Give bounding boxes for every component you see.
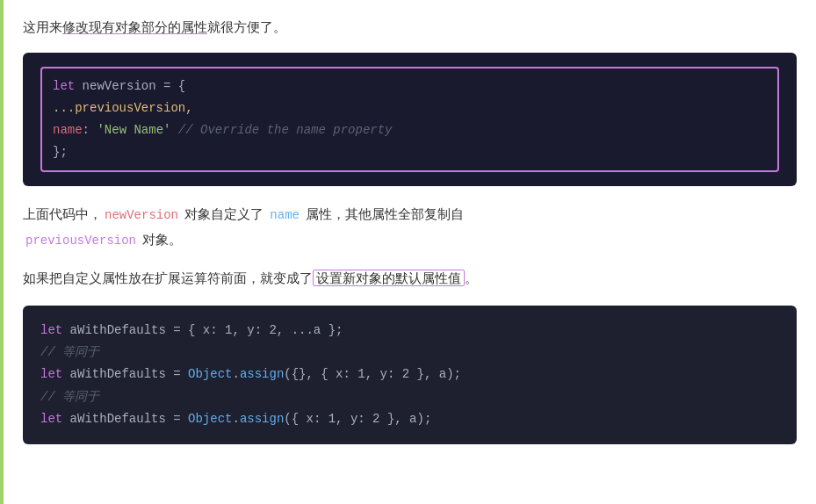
exp-name: name — [267, 207, 302, 223]
exp-before: 上面代码中， — [23, 206, 102, 221]
c2-kw-3: let — [40, 412, 62, 426]
code-name-val: 'New Name' — [97, 123, 170, 137]
c2-line-2: // 等同于 — [40, 342, 779, 364]
kw-let-1: let — [53, 79, 75, 93]
intro-before: 这用来 — [23, 19, 62, 34]
code-comment-1: // Override the name property — [178, 123, 393, 137]
exp-after: 对象。 — [139, 232, 182, 247]
c2-kw-2: let — [40, 367, 62, 381]
note-boxed: 设置新对象的默认属性值 — [313, 270, 465, 286]
code-space — [170, 123, 177, 137]
intro-highlight: 修改现有对象部分的属性 — [62, 19, 207, 34]
code-line-1: let newVersion = { — [53, 76, 767, 97]
c2-object-1: Object — [188, 367, 232, 381]
exp-mid2: 属性，其他属性全部复制自 — [302, 206, 464, 221]
c2-awithdefaults-2: aWithDefaults = — [62, 367, 188, 381]
code-line-3: name: 'New Name' // Override the name pr… — [53, 119, 767, 141]
c2-line-5: let aWithDefaults = Object.assign({ x: 1… — [40, 408, 779, 430]
c2-line-4: // 等同于 — [40, 386, 779, 408]
code-newversion-decl: newVersion = { — [75, 79, 185, 93]
exp-mid1: 对象自定义了 — [181, 206, 267, 221]
code-closing: }; — [53, 145, 68, 159]
code-colon: : — [83, 123, 97, 137]
explanation-paragraph: 上面代码中，newVersion 对象自定义了 name 属性，其他属性全部复制… — [23, 202, 797, 252]
c2-awithdefaults-3: aWithDefaults = — [62, 412, 188, 426]
c2-line-3: let aWithDefaults = Object.assign({}, { … — [40, 364, 779, 385]
c2-comment-2: // 等同于 — [40, 390, 99, 404]
code-name-prop: name — [53, 123, 83, 137]
exp-previousVersion: previousVersion — [23, 233, 139, 248]
c2-awithdefaults-1: aWithDefaults = { x: 1, y: 2, ...a }; — [62, 323, 343, 337]
c2-args-2: ({ x: 1, y: 2 }, a); — [284, 412, 431, 426]
code-line-4: }; — [53, 141, 767, 163]
note-paragraph: 如果把自定义属性放在扩展运算符前面，就变成了设置新对象的默认属性值。 — [23, 266, 797, 292]
c2-object-2: Object — [188, 412, 232, 426]
page-container: 这用来修改现有对象部分的属性就很方便了。 let newVersion = { … — [0, 0, 816, 504]
code-line-2: ...previousVersion, — [53, 97, 767, 119]
c2-dot-2: . — [232, 412, 239, 426]
code-spread: ...previousVersion, — [53, 101, 193, 115]
code-block-1: let newVersion = { ...previousVersion, n… — [23, 53, 797, 187]
c2-kw-1: let — [40, 323, 62, 337]
intro-after: 就很方便了。 — [207, 19, 286, 34]
note-before: 如果把自定义属性放在扩展运算符前面，就变成了 — [23, 270, 313, 285]
c2-assign-2: assign — [240, 412, 284, 426]
c2-dot-1: . — [232, 367, 239, 381]
c2-args-1: ({}, { x: 1, y: 2 }, a); — [284, 367, 461, 381]
exp-newVersion: newVersion — [102, 207, 181, 223]
c2-comment-1: // 等同于 — [40, 345, 99, 359]
c2-assign-1: assign — [240, 367, 284, 381]
note-after: 。 — [465, 270, 478, 285]
c2-line-1: let aWithDefaults = { x: 1, y: 2, ...a }… — [40, 320, 779, 342]
intro-paragraph: 这用来修改现有对象部分的属性就很方便了。 — [23, 16, 797, 39]
code-inner-highlight: let newVersion = { ...previousVersion, n… — [40, 67, 779, 173]
code-block-2: let aWithDefaults = { x: 1, y: 2, ...a }… — [23, 306, 797, 444]
